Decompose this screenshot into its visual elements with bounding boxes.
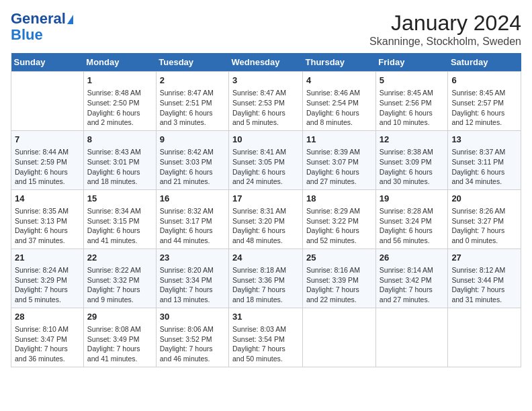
day-number: 26: [380, 252, 445, 264]
day-info: Sunrise: 8:20 AM Sunset: 3:34 PM Dayligh…: [160, 265, 225, 305]
day-info: Sunrise: 8:47 AM Sunset: 2:51 PM Dayligh…: [160, 88, 225, 128]
calendar-cell: 30Sunrise: 8:06 AM Sunset: 3:52 PM Dayli…: [156, 308, 228, 367]
day-number: 17: [232, 193, 299, 205]
calendar-cell: 6Sunrise: 8:45 AM Sunset: 2:57 PM Daylig…: [448, 72, 521, 131]
day-number: 30: [160, 311, 225, 323]
calendar-cell: 20Sunrise: 8:26 AM Sunset: 3:27 PM Dayli…: [448, 189, 521, 248]
day-info: Sunrise: 8:47 AM Sunset: 2:53 PM Dayligh…: [232, 88, 299, 128]
calendar-cell: [303, 308, 376, 367]
day-info: Sunrise: 8:06 AM Sunset: 3:52 PM Dayligh…: [160, 324, 225, 364]
day-info: Sunrise: 8:35 AM Sunset: 3:13 PM Dayligh…: [15, 206, 80, 246]
day-info: Sunrise: 8:38 AM Sunset: 3:09 PM Dayligh…: [380, 147, 445, 187]
day-info: Sunrise: 8:10 AM Sunset: 3:47 PM Dayligh…: [15, 324, 80, 364]
calendar-cell: 24Sunrise: 8:18 AM Sunset: 3:36 PM Dayli…: [229, 248, 303, 308]
calendar-cell: 11Sunrise: 8:39 AM Sunset: 3:07 PM Dayli…: [303, 130, 376, 189]
calendar-cell: 9Sunrise: 8:42 AM Sunset: 3:03 PM Daylig…: [156, 130, 228, 189]
day-number: 7: [15, 134, 80, 146]
day-number: 15: [87, 193, 152, 205]
header-saturday: Saturday: [448, 53, 521, 72]
page-title: January 2024: [369, 11, 521, 36]
day-info: Sunrise: 8:18 AM Sunset: 3:36 PM Dayligh…: [232, 265, 299, 305]
calendar-cell: 1Sunrise: 8:48 AM Sunset: 2:50 PM Daylig…: [83, 72, 156, 131]
day-number: 12: [380, 134, 445, 146]
day-info: Sunrise: 8:03 AM Sunset: 3:54 PM Dayligh…: [232, 324, 299, 364]
day-number: 2: [160, 75, 225, 87]
calendar-cell: 19Sunrise: 8:28 AM Sunset: 3:24 PM Dayli…: [375, 189, 448, 248]
calendar-header-row: SundayMondayTuesdayWednesdayThursdayFrid…: [11, 53, 521, 72]
day-number: 25: [306, 252, 372, 264]
day-number: 4: [306, 75, 372, 87]
day-number: 5: [380, 75, 445, 87]
day-number: 24: [232, 252, 299, 264]
day-info: Sunrise: 8:41 AM Sunset: 3:05 PM Dayligh…: [232, 147, 299, 187]
day-info: Sunrise: 8:34 AM Sunset: 3:15 PM Dayligh…: [87, 206, 152, 246]
day-info: Sunrise: 8:08 AM Sunset: 3:49 PM Dayligh…: [87, 324, 152, 364]
calendar-cell: 27Sunrise: 8:12 AM Sunset: 3:44 PM Dayli…: [448, 248, 521, 308]
calendar-week-row: 7Sunrise: 8:44 AM Sunset: 2:59 PM Daylig…: [11, 130, 521, 189]
day-number: 28: [15, 311, 80, 323]
page-subtitle: Skanninge, Stockholm, Sweden: [369, 36, 521, 48]
calendar-cell: 3Sunrise: 8:47 AM Sunset: 2:53 PM Daylig…: [229, 72, 303, 131]
day-info: Sunrise: 8:14 AM Sunset: 3:42 PM Dayligh…: [380, 265, 445, 305]
calendar-cell: 31Sunrise: 8:03 AM Sunset: 3:54 PM Dayli…: [229, 308, 303, 367]
day-info: Sunrise: 8:37 AM Sunset: 3:11 PM Dayligh…: [451, 147, 517, 187]
day-number: 23: [160, 252, 225, 264]
day-number: 31: [232, 311, 299, 323]
header-thursday: Thursday: [303, 53, 376, 72]
calendar-cell: 15Sunrise: 8:34 AM Sunset: 3:15 PM Dayli…: [83, 189, 156, 248]
header-tuesday: Tuesday: [156, 53, 228, 72]
day-number: 22: [87, 252, 152, 264]
day-number: 6: [451, 75, 517, 87]
calendar-cell: [11, 72, 84, 131]
day-info: Sunrise: 8:31 AM Sunset: 3:20 PM Dayligh…: [232, 206, 299, 246]
calendar-cell: 25Sunrise: 8:16 AM Sunset: 3:39 PM Dayli…: [303, 248, 376, 308]
day-info: Sunrise: 8:48 AM Sunset: 2:50 PM Dayligh…: [87, 88, 152, 128]
calendar-cell: 17Sunrise: 8:31 AM Sunset: 3:20 PM Dayli…: [229, 189, 303, 248]
calendar-cell: 5Sunrise: 8:45 AM Sunset: 2:56 PM Daylig…: [375, 72, 448, 131]
calendar-cell: 8Sunrise: 8:43 AM Sunset: 3:01 PM Daylig…: [83, 130, 156, 189]
day-number: 29: [87, 311, 152, 323]
calendar-week-row: 21Sunrise: 8:24 AM Sunset: 3:29 PM Dayli…: [11, 248, 521, 308]
calendar-cell: 22Sunrise: 8:22 AM Sunset: 3:32 PM Dayli…: [83, 248, 156, 308]
day-number: 8: [87, 134, 152, 146]
day-number: 11: [306, 134, 372, 146]
day-number: 27: [451, 252, 517, 264]
header-sunday: Sunday: [11, 53, 84, 72]
day-info: Sunrise: 8:22 AM Sunset: 3:32 PM Dayligh…: [87, 265, 152, 305]
calendar-cell: 29Sunrise: 8:08 AM Sunset: 3:49 PM Dayli…: [83, 308, 156, 367]
day-number: 3: [232, 75, 299, 87]
header-friday: Friday: [375, 53, 448, 72]
day-info: Sunrise: 8:24 AM Sunset: 3:29 PM Dayligh…: [15, 265, 80, 305]
day-info: Sunrise: 8:29 AM Sunset: 3:22 PM Dayligh…: [306, 206, 372, 246]
day-info: Sunrise: 8:46 AM Sunset: 2:54 PM Dayligh…: [306, 88, 372, 128]
calendar-cell: 4Sunrise: 8:46 AM Sunset: 2:54 PM Daylig…: [303, 72, 376, 131]
day-number: 13: [451, 134, 517, 146]
day-info: Sunrise: 8:16 AM Sunset: 3:39 PM Dayligh…: [306, 265, 372, 305]
calendar-cell: 13Sunrise: 8:37 AM Sunset: 3:11 PM Dayli…: [448, 130, 521, 189]
calendar-cell: 14Sunrise: 8:35 AM Sunset: 3:13 PM Dayli…: [11, 189, 84, 248]
day-number: 19: [380, 193, 445, 205]
day-info: Sunrise: 8:26 AM Sunset: 3:27 PM Dayligh…: [451, 206, 517, 246]
day-number: 9: [160, 134, 225, 146]
day-number: 16: [160, 193, 225, 205]
day-number: 18: [306, 193, 372, 205]
day-info: Sunrise: 8:45 AM Sunset: 2:56 PM Dayligh…: [380, 88, 445, 128]
calendar-cell: 18Sunrise: 8:29 AM Sunset: 3:22 PM Dayli…: [303, 189, 376, 248]
day-number: 10: [232, 134, 299, 146]
logo: General Blue: [11, 11, 73, 43]
day-info: Sunrise: 8:43 AM Sunset: 3:01 PM Dayligh…: [87, 147, 152, 187]
day-info: Sunrise: 8:44 AM Sunset: 2:59 PM Dayligh…: [15, 147, 80, 187]
calendar-week-row: 28Sunrise: 8:10 AM Sunset: 3:47 PM Dayli…: [11, 308, 521, 367]
header-wednesday: Wednesday: [229, 53, 303, 72]
day-info: Sunrise: 8:42 AM Sunset: 3:03 PM Dayligh…: [160, 147, 225, 187]
day-info: Sunrise: 8:32 AM Sunset: 3:17 PM Dayligh…: [160, 206, 225, 246]
day-number: 21: [15, 252, 80, 264]
calendar-cell: 21Sunrise: 8:24 AM Sunset: 3:29 PM Dayli…: [11, 248, 84, 308]
logo-blue-text: Blue: [11, 27, 73, 43]
calendar-cell: 23Sunrise: 8:20 AM Sunset: 3:34 PM Dayli…: [156, 248, 228, 308]
day-info: Sunrise: 8:45 AM Sunset: 2:57 PM Dayligh…: [451, 88, 517, 128]
day-info: Sunrise: 8:39 AM Sunset: 3:07 PM Dayligh…: [306, 147, 372, 187]
calendar-cell: 10Sunrise: 8:41 AM Sunset: 3:05 PM Dayli…: [229, 130, 303, 189]
logo-triangle-icon: [67, 15, 73, 24]
page-header: General Blue January 2024 Skanninge, Sto…: [11, 11, 521, 48]
